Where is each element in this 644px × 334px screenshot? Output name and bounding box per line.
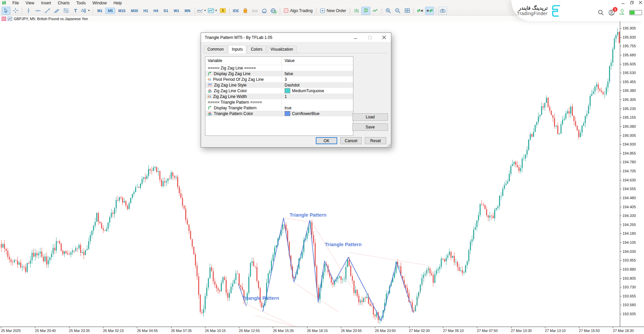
triangle-pattern-label[interactable]: Triangle Pattern	[242, 295, 279, 301]
tile-windows-button[interactable]	[403, 7, 411, 15]
menu-item-file[interactable]: File	[9, 0, 22, 6]
menu-item-view[interactable]: View	[22, 0, 38, 6]
tab-visualization[interactable]: Visualization	[267, 46, 297, 53]
toolbar-divider	[195, 7, 195, 14]
price-tick	[620, 37, 622, 38]
dialog-title-bar[interactable]: Triangle Pattern MT5 - By TFLab 1.05	[201, 33, 391, 42]
algo-trading-button[interactable]: Algo Trading	[282, 7, 314, 14]
tab-inputs[interactable]: Inputs	[228, 45, 247, 53]
fibonacci-tool-button[interactable]	[62, 7, 70, 15]
triangle-trendline-dotted[interactable]	[350, 253, 427, 265]
chevron-down-icon: ▼	[204, 9, 206, 12]
profile-icon[interactable]: 1	[608, 9, 615, 16]
param-value[interactable]: Dashdot	[285, 83, 300, 88]
close-window-button[interactable]	[639, 1, 643, 4]
param-value[interactable]: CornflowerBlue	[292, 111, 319, 116]
save-button[interactable]: Save	[352, 123, 388, 131]
timeframe-m15[interactable]: M15	[116, 8, 128, 14]
minimize-window-button[interactable]	[621, 1, 625, 4]
zigzag-line[interactable]	[263, 218, 413, 321]
candlestick-mode-button[interactable]	[361, 7, 370, 15]
param-row[interactable]: Zig Zag Line ColorMediumTurquoise	[205, 88, 353, 94]
dialog-minimize-button[interactable]	[349, 33, 363, 42]
triangle-pattern-label[interactable]: Triangle Pattern	[290, 212, 327, 218]
timeframe-mn[interactable]: MN	[182, 8, 193, 14]
cancel-button[interactable]: Cancel	[340, 137, 362, 144]
shift-end-button[interactable]	[416, 7, 425, 15]
dialog-close-button[interactable]	[377, 33, 391, 42]
triangle-trendline-dotted[interactable]	[256, 316, 298, 327]
param-row[interactable]: Display Zig Zag Linefalse	[205, 71, 353, 76]
indicators-button[interactable]: ▼	[207, 7, 218, 15]
param-value[interactable]: 3	[285, 77, 287, 82]
menu-item-insert[interactable]: Insert	[38, 0, 54, 6]
menu-item-charts[interactable]: Charts	[54, 0, 73, 6]
new-order-button[interactable]: New Order	[318, 7, 348, 14]
param-value[interactable]: MediumTurquoise	[292, 89, 324, 93]
param-row[interactable]: 01Zig Zag Line Width1	[205, 94, 353, 99]
horizontal-line-tool-button[interactable]	[34, 7, 42, 15]
triangle-trendline-dotted[interactable]	[246, 304, 298, 327]
timeframe-h4[interactable]: H4	[151, 8, 160, 14]
load-button[interactable]: Load	[352, 113, 388, 121]
line-chart-mode-button[interactable]	[371, 7, 380, 15]
signals-button[interactable]: ((o))	[250, 7, 259, 15]
depth-of-market-icon[interactable]	[2, 17, 6, 21]
zoom-in-button[interactable]	[384, 7, 393, 15]
restore-window-button[interactable]	[630, 1, 634, 4]
price-axis[interactable]: 195.905195.830195.755195.680195.605195.5…	[620, 21, 644, 327]
group-row[interactable]: ===== Zig Zag Line =====	[205, 65, 353, 71]
menu-item-tools[interactable]: Tools	[73, 0, 89, 6]
timeframe-w1[interactable]: W1	[171, 8, 182, 14]
dialog-maximize-button[interactable]	[363, 33, 377, 42]
line-chart-type-button[interactable]: ▼	[197, 7, 207, 15]
input-number-icon: 01	[208, 78, 211, 81]
text-tool-button[interactable]: T	[71, 7, 80, 15]
time-axis[interactable]: 25 Mar 202525 Mar 20:4025 Mar 23:3526 Ma…	[0, 327, 644, 334]
param-value[interactable]: 1	[285, 94, 287, 99]
trendline-tool-button[interactable]	[43, 7, 52, 15]
triangle-trendline-dotted[interactable]	[284, 218, 312, 222]
param-value[interactable]: true	[285, 106, 292, 110]
timeframe-d1[interactable]: D1	[161, 8, 170, 14]
timeframe-m1[interactable]: M1	[95, 8, 105, 14]
search-icon[interactable]	[598, 10, 604, 15]
menu-item-help[interactable]: Help	[110, 0, 125, 6]
auto-scroll-button[interactable]	[425, 7, 434, 15]
tab-common[interactable]: Common	[204, 46, 228, 53]
channel-tool-button[interactable]	[52, 7, 61, 15]
currency-pairs-button[interactable]: $	[218, 7, 227, 15]
reset-button[interactable]: Reset	[365, 137, 386, 144]
timeframe-m5[interactable]: M5	[105, 8, 115, 14]
tab-colors[interactable]: Colors	[247, 46, 266, 53]
triangle-pattern-label[interactable]: Triangle Pattern	[325, 242, 362, 247]
zoom-out-button[interactable]	[393, 7, 402, 15]
resize-grip[interactable]	[388, 144, 390, 147]
param-row[interactable]: Zig Zag Line StyleDashdot	[205, 82, 353, 88]
param-label: Display Triangle Pattern	[214, 106, 256, 110]
chart-window-icon[interactable]	[8, 17, 12, 21]
timeframe-m30[interactable]: M30	[129, 8, 140, 14]
crosshair-tool-button[interactable]	[11, 7, 20, 15]
level-indicator[interactable]: LVL	[620, 9, 625, 15]
param-value[interactable]: false	[285, 71, 293, 76]
web-terminal-button[interactable]	[269, 7, 278, 15]
ok-button[interactable]: OK	[316, 137, 337, 144]
param-row[interactable]: Triangle Pattern ColorCornflowerBlue	[205, 111, 353, 116]
price-label: 194.630	[623, 178, 636, 182]
market-button[interactable]	[241, 7, 250, 15]
shapes-tool-button[interactable]: ▼	[81, 7, 91, 15]
bar-chart-mode-button[interactable]	[352, 7, 361, 15]
group-row[interactable]: ===== Triangle Pattern =====	[205, 99, 353, 105]
cursor-tool-button[interactable]	[2, 7, 10, 15]
menu-item-window[interactable]: Window	[89, 0, 110, 6]
vertical-line-tool-button[interactable]	[24, 7, 33, 15]
screenshot-button[interactable]	[438, 7, 447, 15]
param-row[interactable]: Display Triangle Patterntrue	[205, 105, 353, 111]
cloud-button[interactable]	[260, 7, 268, 15]
param-row[interactable]: 01Pivot Period Of Zig Zag Line3	[205, 76, 353, 82]
price-label: 195.605	[623, 62, 636, 66]
ide-button[interactable]: IDE	[232, 7, 240, 15]
timeframe-h1[interactable]: H1	[141, 8, 150, 14]
parameters-table[interactable]: VariableValue===== Zig Zag Line =====Dis…	[205, 56, 353, 136]
